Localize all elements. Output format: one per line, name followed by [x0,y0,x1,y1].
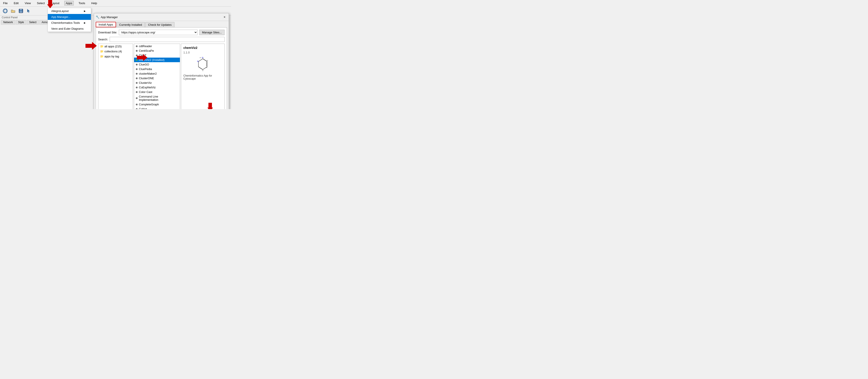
app-detail-name: chemViz2 [183,46,222,50]
svg-rect-5 [20,11,22,13]
molecule-svg: N N H H H H [194,55,212,73]
search-row: Search: [98,37,224,42]
dropdown-app-manager[interactable]: App Manager... [48,14,91,20]
category-apps-by-tag[interactable]: 📁 apps by tag [98,54,133,59]
svg-line-9 [198,59,203,61]
category-panel: 📁 all apps (215) 📁 collections (4) 📁 app… [98,43,133,109]
allegro-submenu-arrow: ▶ [84,10,86,12]
app-item-coexpnetviz[interactable]: CoExpNetViz [134,85,180,90]
svg-text:H: H [200,57,201,59]
menu-bar: File Edit View Select Layout Apps Tools … [0,0,231,6]
dialog-close-button[interactable]: × [222,14,227,20]
search-label: Search: [98,38,108,41]
network-icon [3,8,8,13]
app-dot-completegraph [136,104,137,106]
svg-point-0 [3,9,7,12]
app-dot-cdtreader [136,46,137,47]
open-button[interactable] [9,7,17,14]
svg-text:N: N [197,60,198,62]
svg-point-2 [3,9,7,13]
cursor-icon [26,8,31,13]
app-detail-version: 1.1.0 [183,51,222,54]
app-dot-centiscape [136,50,137,52]
app-window: File Edit View Select Layout Apps Tools … [0,0,231,109]
cheminformatics-submenu-arrow: ▶ [84,22,86,24]
tab-network[interactable]: Network [1,20,15,25]
folder-open-icon [11,8,16,13]
menu-apps[interactable]: Apps [64,1,74,5]
app-item-conet[interactable]: CoNet [134,107,180,109]
manage-sites-button[interactable]: Manage Sites... [199,30,224,35]
app-item-cluepedia[interactable]: CluePedia [134,67,180,71]
menu-view[interactable]: View [23,1,32,5]
app-item-chat[interactable]: CHAT [134,53,180,58]
svg-marker-6 [27,9,30,13]
app-detail-panel: chemViz2 1.1.0 [181,43,224,109]
cursor-button[interactable] [25,7,32,14]
app-item-colorcast[interactable]: Color Cast [134,90,180,94]
menu-tools[interactable]: Tools [77,1,86,5]
app-item-cdtreader[interactable]: cdtReader [134,44,180,49]
app-detail-description: Cheminformatics App for Cytoscape [183,74,222,80]
app-dot-chemviz2 [136,59,137,61]
tab-install-apps[interactable]: Install Apps [96,22,116,27]
svg-text:H: H [202,69,204,71]
dialog-titlebar: 🔧 App Manager × [94,13,229,21]
apps-list-panel[interactable]: cdtReader CentiScaPe CHAT chemViz2 (Inst… [134,43,180,109]
svg-rect-4 [20,9,22,10]
app-detail-image: N N H H H H [183,55,222,73]
folder-icon-collections: 📁 [100,50,103,53]
app-dot-clusterone [136,78,137,79]
app-item-chemviz2[interactable]: chemViz2 (Installed) [134,58,180,62]
svg-text:H: H [206,66,207,68]
download-site-label: Download Site: [98,31,117,34]
menu-edit[interactable]: Edit [12,1,20,5]
app-panels: 📁 all apps (215) 📁 collections (4) 📁 app… [98,43,224,109]
category-collections[interactable]: 📁 collections (4) [98,49,133,54]
download-site-select[interactable]: https://apps.cytoscape.org/ [119,30,197,35]
app-item-clustermaker2[interactable]: clusterMaker2 [134,71,180,76]
app-manager-dialog: 🔧 App Manager × Install Apps Currently I… [94,13,229,109]
network-button[interactable] [2,7,9,14]
save-button[interactable] [18,7,24,14]
dropdown-venn[interactable]: Venn and Euler Diagrams [48,26,91,32]
save-icon [19,8,23,13]
dialog-content: Download Site: https://apps.cytoscape.or… [96,27,227,109]
app-item-completegraph[interactable]: CompleteGraph [134,102,180,107]
app-item-clusterviz[interactable]: ClusterViz [134,81,180,85]
dropdown-allegro-layout[interactable]: AllegroLayout ▶ [48,8,91,14]
category-all-apps[interactable]: 📁 all apps (215) [98,44,133,49]
app-dot-clusterviz [136,82,137,84]
menu-help[interactable]: Help [90,1,98,5]
app-dot-commandline [136,97,137,99]
svg-text:H: H [207,60,208,61]
dropdown-cheminformatics[interactable]: Cheminformatics Tools ▶ [48,20,91,26]
app-dot-chat [136,55,137,56]
apps-dropdown-menu: AllegroLayout ▶ App Manager... Cheminfor… [48,8,91,32]
svg-line-8 [203,59,207,61]
app-dot-cluego [136,64,137,65]
menu-select[interactable]: Select [35,1,46,5]
app-item-cluego[interactable]: ClueGO [134,62,180,67]
svg-marker-7 [198,59,207,69]
app-dot-coexpnetviz [136,87,137,88]
tab-select[interactable]: Select [27,20,39,25]
dialog-title-text: App Manager [101,16,118,19]
app-item-centiscape[interactable]: CentiScaPe [134,49,180,53]
svg-line-13 [198,67,203,69]
menu-layout[interactable]: Layout [50,1,61,5]
tab-currently-installed[interactable]: Currently Installed [117,22,145,27]
app-dot-colorcast [136,91,137,93]
menu-file[interactable]: File [2,1,9,5]
dialog-title-container: 🔧 App Manager [96,15,118,19]
svg-point-1 [4,9,6,13]
tab-style[interactable]: Style [16,20,26,25]
dialog-tabs-bar: Install Apps Currently Installed Check f… [94,21,229,27]
app-item-commandline[interactable]: Command Line Implementation [134,94,180,102]
search-input[interactable] [110,37,224,42]
app-item-clusterone[interactable]: ClusterONE [134,76,180,81]
tab-check-for-updates[interactable]: Check for Updates [145,22,175,27]
download-site-row: Download Site: https://apps.cytoscape.or… [98,30,224,35]
folder-icon-all: 📁 [100,45,103,48]
app-dot-clustermaker2 [136,73,137,75]
